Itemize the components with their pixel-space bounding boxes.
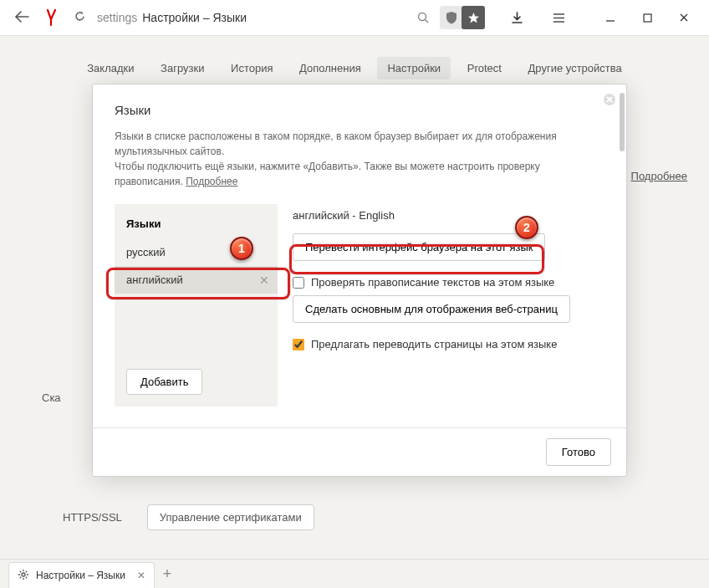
done-button[interactable]: Готово: [546, 438, 611, 466]
translate-ui-button[interactable]: Перевести интерфейс браузера на этот язы…: [293, 233, 545, 261]
spellcheck-checkbox[interactable]: [293, 277, 304, 289]
address-bar[interactable]: settings Настройки – Языки: [92, 11, 406, 24]
svg-point-12: [22, 573, 25, 576]
browser-tab-settings[interactable]: Настройки – Языки ✕: [8, 562, 155, 589]
window-close-button[interactable]: [666, 6, 702, 29]
back-button[interactable]: [7, 9, 37, 27]
gear-icon: [18, 569, 29, 583]
browser-tabstrip: Настройки – Языки ✕ +: [0, 559, 709, 588]
manage-certificates-button[interactable]: Управление сертификатами: [147, 504, 314, 530]
bg-partial-left: Ска: [42, 391, 61, 404]
window-maximize-button[interactable]: [629, 6, 666, 29]
modal-description: Языки в списке расположены в таком поряд…: [115, 129, 604, 189]
browser-tab-title: Настройки – Языки: [36, 570, 125, 581]
add-language-button[interactable]: Добавить: [126, 369, 202, 395]
language-detail-panel: английский - English Перевести интерфейс…: [293, 204, 604, 406]
protect-shield-icon[interactable]: [440, 6, 463, 29]
search-icon[interactable]: [406, 6, 440, 29]
languages-modal: Языки Языки в списке расположены в таком…: [92, 84, 627, 477]
offer-translate-label: Предлагать переводить страницы на этом я…: [311, 338, 557, 350]
svg-line-1: [425, 19, 428, 23]
svg-rect-6: [644, 14, 651, 22]
downloads-icon[interactable]: [500, 6, 533, 29]
nav-tab-addons[interactable]: Дополнения: [289, 57, 371, 79]
annotation-badge-2: 2: [515, 216, 538, 239]
new-tab-button[interactable]: +: [155, 565, 180, 583]
window-minimize-button[interactable]: [592, 6, 629, 29]
svg-point-0: [418, 13, 426, 20]
yandex-logo-icon[interactable]: [37, 8, 67, 27]
browser-titlebar: settings Настройки – Языки: [0, 0, 709, 36]
https-ssl-label: HTTPS/SSL: [63, 511, 122, 524]
language-list-header: Языки: [115, 212, 278, 238]
make-default-button[interactable]: Сделать основным для отображения веб-стр…: [293, 295, 570, 323]
bg-more-link[interactable]: Подробнее: [631, 170, 687, 182]
offer-translate-checkbox[interactable]: [293, 339, 304, 350]
modal-scrollbar[interactable]: [620, 93, 625, 151]
reload-button[interactable]: [67, 10, 92, 25]
spellcheck-label: Проверять правописание текстов на этом я…: [311, 276, 554, 289]
remove-language-icon[interactable]: ✕: [259, 274, 269, 287]
settings-nav-tabs: Закладки Загрузки История Дополнения Нас…: [0, 36, 709, 88]
language-detail-heading: английский - English: [293, 209, 604, 222]
language-item-russian[interactable]: русский: [115, 238, 278, 266]
language-list-panel: Языки русский английский ✕ Добавить: [115, 204, 278, 406]
address-title: Настройки – Языки: [142, 11, 247, 24]
annotation-badge-1: 1: [230, 237, 253, 260]
language-item-label: английский: [126, 274, 183, 286]
close-tab-icon[interactable]: ✕: [137, 570, 145, 581]
nav-tab-devices[interactable]: Другие устройства: [518, 57, 632, 79]
language-item-english[interactable]: английский ✕: [115, 266, 278, 294]
modal-more-link[interactable]: Подробнее: [186, 176, 237, 187]
menu-icon[interactable]: [542, 6, 575, 29]
nav-tab-bookmarks[interactable]: Закладки: [77, 57, 144, 79]
nav-tab-protect[interactable]: Protect: [457, 57, 512, 79]
modal-title: Языки: [115, 103, 604, 117]
nav-tab-downloads[interactable]: Загрузки: [150, 57, 214, 79]
nav-tab-settings[interactable]: Настройки: [377, 57, 451, 79]
nav-tab-history[interactable]: История: [221, 57, 283, 79]
bookmark-star-icon[interactable]: [462, 6, 485, 29]
address-prefix: settings: [97, 11, 137, 24]
